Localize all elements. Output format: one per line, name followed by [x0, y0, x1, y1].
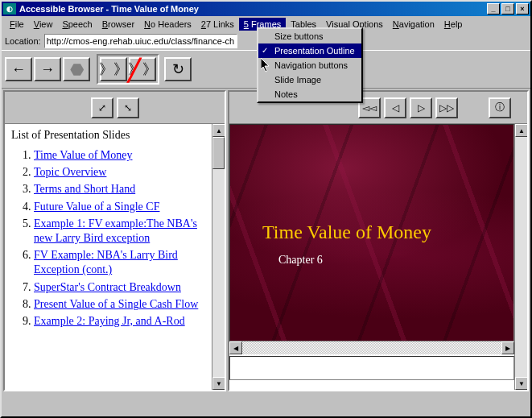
list-item: Terms and Short Hand: [34, 182, 205, 197]
slide-link[interactable]: FV Example: NBA's Larry Bird Exception (…: [34, 249, 178, 275]
check-icon: ✓: [262, 46, 268, 55]
outline-toolbar: ⤢ ⤡: [5, 92, 225, 124]
info-button[interactable]: ⓘ: [489, 97, 511, 118]
slide-title: Time Value of Money: [262, 221, 431, 243]
speech-group: 》》 》》╱: [97, 54, 159, 85]
collapse-button[interactable]: ⤡: [117, 97, 139, 118]
minimize-button[interactable]: _: [487, 3, 500, 14]
outline-pane: ⤢ ⤡ List of Presentation Slides Time Val…: [3, 90, 226, 391]
menu-help[interactable]: Help: [439, 18, 468, 31]
scroll-down-icon[interactable]: ▼: [515, 377, 528, 390]
scroll-thumb[interactable]: [212, 137, 225, 169]
scroll-up-icon[interactable]: ▲: [212, 124, 225, 137]
window-buttons: _ □ ×: [487, 3, 529, 14]
list-item: Example 1: FV example:The NBA's new Larr…: [34, 217, 205, 246]
slide-link[interactable]: Terms and Short Hand: [34, 183, 135, 195]
main-area: ⤢ ⤡ List of Presentation Slides Time Val…: [2, 89, 530, 393]
location-label: Location:: [5, 36, 41, 46]
menu-browser[interactable]: Browser: [97, 18, 139, 31]
list-item: Present Value of a Single Cash Flow: [34, 297, 205, 312]
app-icon: ◐: [3, 3, 16, 14]
list-item: Example 2: Paying Jr, and A-Rod: [34, 314, 205, 329]
dropdown-item-slide-image[interactable]: Slide Image: [258, 72, 361, 87]
slide-list: Time Value of Money Topic Overview Terms…: [11, 148, 205, 329]
menu-27links[interactable]: 27 Links: [196, 18, 239, 31]
slide-link[interactable]: SuperStar's Contract Breakdown: [34, 281, 181, 293]
slide-pane: ◅◅ ◁ ▷ ▷▷ ⓘ Time Value of Money Chapter …: [228, 90, 529, 391]
outline-heading: List of Presentation Slides: [11, 129, 205, 142]
list-item: FV Example: NBA's Larry Bird Exception (…: [34, 248, 205, 277]
slide-subtitle: Chapter 6: [278, 254, 323, 267]
menu-noheaders[interactable]: No Headers: [139, 18, 196, 31]
scroll-track[interactable]: [212, 169, 225, 377]
location-input[interactable]: [44, 34, 237, 48]
scroll-track[interactable]: [515, 137, 527, 377]
list-item: Future Value of a Single CF: [34, 200, 205, 214]
slide-scrollbar-v[interactable]: ▲ ▼: [514, 124, 527, 390]
notes-area: [229, 356, 514, 380]
menu-speech[interactable]: Speech: [57, 18, 97, 31]
slide-link[interactable]: Example 1: FV example:The NBA's new Larr…: [34, 217, 197, 244]
list-item: SuperStar's Contract Breakdown: [34, 280, 205, 295]
slide-link[interactable]: Present Value of a Single Cash Flow: [34, 298, 198, 310]
frames-dropdown: Size buttons ✓Presentation Outline Navig…: [257, 27, 363, 103]
scroll-down-icon[interactable]: ▼: [212, 377, 225, 390]
scroll-track[interactable]: [242, 341, 501, 354]
dropdown-item-notes[interactable]: Notes: [258, 87, 361, 101]
stop-icon: ⬣: [70, 60, 84, 79]
play-button[interactable]: ▷: [410, 97, 432, 118]
menu-file[interactable]: File: [5, 18, 29, 31]
maximize-button[interactable]: □: [501, 3, 514, 14]
menu-view[interactable]: View: [29, 18, 58, 31]
outline-scrollbar-v[interactable]: ▲ ▼: [212, 124, 225, 390]
list-item: Time Value of Money: [34, 148, 205, 163]
titlebar: ◐ Accessible Browser - Time Value of Mon…: [2, 2, 530, 16]
slide-image: Time Value of Money Chapter 6: [229, 124, 514, 341]
stop-button[interactable]: ⬣: [63, 57, 90, 81]
list-item: Topic Overview: [34, 165, 205, 180]
dropdown-item-size-buttons[interactable]: Size buttons: [258, 29, 361, 43]
scroll-up-icon[interactable]: ▲: [515, 124, 528, 137]
mute-icon: 》》╱: [128, 60, 157, 79]
outline-body: List of Presentation Slides Time Value o…: [5, 124, 212, 390]
slide-link[interactable]: Topic Overview: [34, 166, 106, 178]
next-slide-button[interactable]: ▷▷: [435, 97, 458, 118]
forward-button[interactable]: →: [34, 57, 61, 81]
mute-button[interactable]: 》》╱: [129, 57, 156, 81]
slide-scrollbar-h[interactable]: ◀ ▶: [229, 341, 514, 354]
close-button[interactable]: ×: [516, 3, 529, 14]
speak-icon: 》》: [99, 60, 128, 79]
dropdown-item-presentation-outline[interactable]: ✓Presentation Outline: [258, 43, 361, 58]
prev-slide-button[interactable]: ◁: [384, 97, 406, 118]
reload-button[interactable]: ↻: [164, 57, 192, 81]
scroll-right-icon[interactable]: ▶: [501, 341, 514, 354]
window-title: Accessible Browser - Time Value of Money: [19, 4, 487, 14]
slide-link[interactable]: Time Value of Money: [34, 149, 133, 161]
expand-button[interactable]: ⤢: [91, 97, 113, 118]
scroll-left-icon[interactable]: ◀: [229, 341, 242, 354]
dropdown-item-navigation-buttons[interactable]: Navigation buttons: [258, 58, 361, 72]
back-button[interactable]: ←: [5, 57, 32, 81]
speak-button[interactable]: 》》: [100, 57, 127, 81]
menu-navigation[interactable]: Navigation: [388, 18, 439, 31]
slide-link[interactable]: Example 2: Paying Jr, and A-Rod: [34, 315, 185, 327]
slide-link[interactable]: Future Value of a Single CF: [34, 201, 159, 213]
